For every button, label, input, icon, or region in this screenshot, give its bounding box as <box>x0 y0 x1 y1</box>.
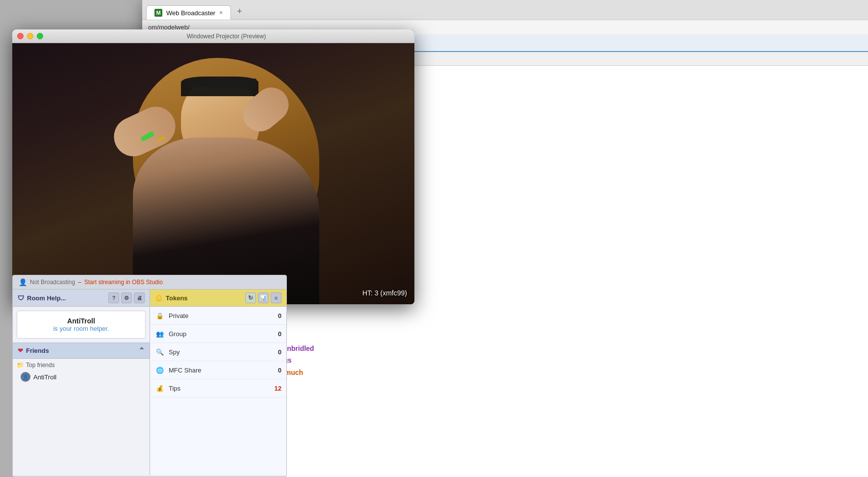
token-row-mfc-share: 🌐 MFC Share 0 <box>150 361 286 379</box>
tips-icon: 💰 <box>155 383 165 393</box>
video-ht-text: HT: 3 (xmfc99) <box>362 289 407 297</box>
spy-count: 0 <box>278 348 281 356</box>
tab-favicon-icon: M <box>154 9 162 17</box>
room-help-header: 🛡 Room Help... ? ⚙ 🖨 <box>13 290 150 307</box>
panel-sections: 🛡 Room Help... ? ⚙ 🖨 AntiTroll is your r… <box>13 290 286 475</box>
friends-group-label: Top friends <box>26 362 55 369</box>
friends-collapse-button[interactable]: ⌃ <box>138 346 145 355</box>
friends-list: 📁 Top friends 👤 AntiTroll <box>13 359 150 386</box>
room-help-label: Room Help... <box>27 294 66 302</box>
tokens-tools: ↻ 📊 ≡ <box>245 292 281 303</box>
tips-label: Tips <box>169 385 180 392</box>
tokens-menu-btn[interactable]: ≡ <box>271 292 281 303</box>
group-label: Group <box>169 330 186 338</box>
tokens-chart-btn[interactable]: 📊 <box>258 292 269 303</box>
tokens-refresh-btn[interactable]: ↻ <box>245 292 256 303</box>
tab-close-button[interactable]: × <box>219 9 223 16</box>
token-row-spy: 🔍 Spy 0 <box>150 343 286 361</box>
friends-label: Friends <box>26 347 49 354</box>
shield-icon: 🛡 <box>18 294 24 302</box>
browser-tab-active[interactable]: M Web Broadcaster × <box>146 5 231 20</box>
browser-tab-label: Web Broadcaster <box>166 9 215 17</box>
lock-icon: 🔒 <box>155 311 165 320</box>
obs-not-broadcasting: Not Broadcasting <box>30 279 75 286</box>
room-help-question-btn[interactable]: ? <box>108 292 119 303</box>
room-help-tools: ? ⚙ 🖨 <box>108 292 145 303</box>
mfc-share-count: 0 <box>278 367 281 374</box>
helper-name: AntiTroll <box>23 317 139 325</box>
folder-icon: 📁 <box>17 362 24 369</box>
tips-count: 12 <box>275 385 281 392</box>
helper-box: AntiTroll is your room helper. <box>17 311 146 339</box>
projector-window: Windowed Projector (Preview) #1 Tipper: … <box>12 29 414 304</box>
heart-icon: ❤ <box>18 347 23 354</box>
left-panel: 👤 Not Broadcasting – Start streaming in … <box>12 275 287 477</box>
projector-content: #1 Tipper: xmfc99 HT: 3 (xmfc99) <box>12 43 414 304</box>
friend-item-antitroll[interactable]: 👤 AntiTroll <box>17 371 146 383</box>
tokens-label: Tokens <box>166 294 188 302</box>
video-frame: #1 Tipper: xmfc99 HT: 3 (xmfc99) <box>12 43 414 304</box>
token-row-group: 👥 Group 0 <box>150 325 286 343</box>
projector-titlebar: Windowed Projector (Preview) <box>12 29 414 43</box>
mfc-share-icon: 🌐 <box>155 365 165 375</box>
window-minimize-button[interactable] <box>27 33 33 39</box>
helper-description: is your room helper. <box>23 325 139 332</box>
obs-person-icon: 👤 <box>19 278 27 286</box>
obs-status-bar: 👤 Not Broadcasting – Start streaming in … <box>13 275 286 290</box>
obs-stream-link[interactable]: Start streaming in OBS Studio <box>84 279 163 286</box>
private-label: Private <box>169 312 188 319</box>
obs-separator: – <box>78 279 81 286</box>
headband-text-area <box>185 79 256 87</box>
projector-title: Windowed Projector (Preview) <box>43 33 409 40</box>
left-section: 🛡 Room Help... ? ⚙ 🖨 AntiTroll is your r… <box>13 290 150 475</box>
token-row-private: 🔒 Private 0 <box>150 307 286 325</box>
spy-label: Spy <box>169 348 179 356</box>
room-help-settings-btn[interactable]: ⚙ <box>121 292 132 303</box>
friend-name-antitroll: AntiTroll <box>33 373 56 381</box>
browser-tabbar: M Web Broadcaster × + <box>142 0 868 20</box>
mfc-share-label: MFC Share <box>169 367 201 374</box>
group-icon: 👥 <box>155 329 165 339</box>
private-count: 0 <box>278 312 281 319</box>
window-close-button[interactable] <box>17 33 24 39</box>
friend-avatar-antitroll: 👤 <box>21 372 30 382</box>
room-help-print-btn[interactable]: 🖨 <box>134 292 145 303</box>
tokens-header: 🪙 Tokens ↻ 📊 ≡ <box>150 290 286 307</box>
friends-group-top: 📁 Top friends <box>17 362 146 369</box>
friends-header: ❤ Friends ⌃ <box>13 343 150 359</box>
right-section: 🪙 Tokens ↻ 📊 ≡ 🔒 Private 0 👥 Group 0 <box>150 290 286 475</box>
spy-icon: 🔍 <box>155 347 165 357</box>
coin-icon: 🪙 <box>155 294 163 302</box>
titlebar-buttons <box>17 33 43 39</box>
window-maximize-button[interactable] <box>37 33 43 39</box>
new-tab-button[interactable]: + <box>232 3 247 20</box>
token-row-tips: 💰 Tips 12 <box>150 379 286 398</box>
group-count: 0 <box>278 330 281 338</box>
